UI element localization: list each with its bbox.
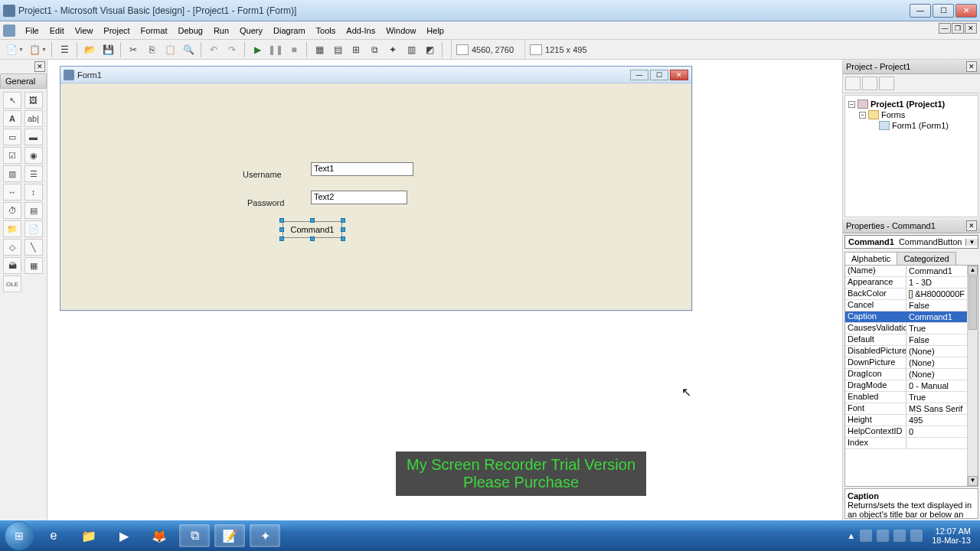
tray-icon[interactable] xyxy=(893,530,906,542)
property-row[interactable]: CancelFalse xyxy=(845,300,967,311)
undo-button[interactable]: ↶ xyxy=(205,41,222,58)
checkbox-tool[interactable]: ☑ xyxy=(3,147,21,164)
resize-handle[interactable] xyxy=(279,236,284,241)
menu-add-ins[interactable]: Add-Ins xyxy=(341,24,381,37)
property-row[interactable]: DisabledPicture(None) xyxy=(845,346,967,357)
ole-tool[interactable]: OLE xyxy=(3,276,21,292)
menu-format[interactable]: Format xyxy=(136,24,173,37)
filelistbox-tool[interactable]: 📄 xyxy=(24,220,43,237)
drivelistbox-tool[interactable]: ▤ xyxy=(24,202,43,219)
cut-button[interactable]: ✂ xyxy=(125,41,142,58)
media-player-taskbar-icon[interactable]: ▶ xyxy=(109,524,139,547)
tray-icon[interactable] xyxy=(860,530,872,542)
redo-button[interactable]: ↷ xyxy=(224,41,240,58)
image-tool[interactable]: 🏔 xyxy=(3,257,21,274)
property-row[interactable]: DefaultFalse xyxy=(845,334,967,346)
data-tool[interactable]: ▦ xyxy=(24,257,43,274)
toolbox-close-button[interactable]: ✕ xyxy=(34,61,45,72)
ie-taskbar-icon[interactable]: e xyxy=(38,524,69,547)
property-row[interactable]: DragMode0 - Manual xyxy=(845,380,967,392)
property-row[interactable]: BackColor&H8000000F xyxy=(845,289,967,300)
form-layout-button[interactable]: ⊞ xyxy=(348,41,364,58)
project-tree[interactable]: −Project1 (Project1) −Forms Form1 (Form1… xyxy=(844,95,978,217)
menu-editor-button[interactable]: ☰ xyxy=(56,41,73,58)
menu-tools[interactable]: Tools xyxy=(311,24,341,37)
copy-button[interactable]: ⎘ xyxy=(143,41,160,58)
tray-icon[interactable] xyxy=(877,530,889,542)
menu-debug[interactable]: Debug xyxy=(172,24,207,37)
resize-handle[interactable] xyxy=(341,227,345,232)
resize-handle[interactable] xyxy=(310,218,315,223)
property-row[interactable]: HelpContextID0 xyxy=(845,426,967,438)
property-grid[interactable]: (Name)Command1Appearance1 - 3DBackColor&… xyxy=(844,265,978,487)
menu-file[interactable]: File xyxy=(20,24,44,37)
shape-tool[interactable]: ◇ xyxy=(3,239,21,256)
commandbutton-tool[interactable]: ▬ xyxy=(24,129,43,145)
line-tool[interactable]: ╲ xyxy=(24,239,43,256)
resize-handle[interactable] xyxy=(341,236,345,241)
property-row[interactable]: (Name)Command1 xyxy=(845,266,967,277)
scroll-thumb[interactable] xyxy=(969,276,977,330)
picturebox-tool[interactable]: 🖼 xyxy=(24,92,43,109)
toolbox-button[interactable]: ✦ xyxy=(384,41,401,58)
mdi-close-button[interactable]: ✕ xyxy=(965,23,977,34)
add-form-button[interactable]: 📋 xyxy=(26,41,43,58)
combobox-tool[interactable]: ▥ xyxy=(3,165,21,182)
menu-query[interactable]: Query xyxy=(234,24,268,37)
command1-button[interactable]: Command1 xyxy=(283,221,342,238)
resize-handle[interactable] xyxy=(279,227,284,232)
menu-help[interactable]: Help xyxy=(421,24,449,37)
optionbutton-tool[interactable]: ◉ xyxy=(24,147,43,164)
menu-project[interactable]: Project xyxy=(98,24,135,37)
property-row[interactable]: Appearance1 - 3D xyxy=(845,277,967,289)
hscrollbar-tool[interactable]: ↔ xyxy=(3,184,21,201)
mdi-system-icon[interactable] xyxy=(3,24,15,37)
vb-taskbar-icon[interactable]: ✦ xyxy=(250,524,280,547)
property-row[interactable]: DownPicture(None) xyxy=(845,357,967,369)
mdi-restore-button[interactable]: ❐ xyxy=(952,23,964,34)
minimize-button[interactable]: — xyxy=(910,4,931,18)
form-titlebar[interactable]: Form1 — ☐ ✕ xyxy=(60,67,691,83)
view-code-button[interactable] xyxy=(845,77,861,90)
firefox-taskbar-icon[interactable]: 🦊 xyxy=(144,524,175,547)
categorized-tab[interactable]: Categorized xyxy=(897,252,956,265)
textbox-tool[interactable]: ab| xyxy=(24,110,43,127)
add-project-button[interactable]: 📄 xyxy=(3,41,20,58)
explorer-taskbar-icon[interactable]: 📁 xyxy=(74,524,104,547)
design-surface[interactable]: Form1 — ☐ ✕ Username Text1 Password Text… xyxy=(47,60,842,520)
resize-handle[interactable] xyxy=(310,236,315,241)
dropdown-icon[interactable]: ▼ xyxy=(18,47,24,52)
properties-scrollbar[interactable]: ▲ ▼ xyxy=(967,266,978,486)
username-textbox[interactable]: Text1 xyxy=(311,162,413,176)
maximize-button[interactable]: ☐ xyxy=(933,4,954,18)
form1-node[interactable]: Form1 (Form1) xyxy=(870,120,975,131)
form-design-grid[interactable]: Username Text1 Password Text2 Command1 xyxy=(60,83,691,310)
dropdown-icon[interactable]: ▼ xyxy=(41,47,47,52)
menu-run[interactable]: Run xyxy=(208,24,234,37)
project-node[interactable]: −Project1 (Project1) xyxy=(848,99,975,109)
recorder-taskbar-icon[interactable]: ⧉ xyxy=(179,524,210,547)
object-browser-button[interactable]: ⧉ xyxy=(366,41,383,58)
scroll-up-icon[interactable]: ▲ xyxy=(968,266,978,276)
run-button[interactable]: ▶ xyxy=(249,41,266,58)
system-clock[interactable]: 12:07 AM 18-Mar-13 xyxy=(927,527,975,545)
alphabetic-tab[interactable]: Alphabetic xyxy=(844,252,897,265)
pointer-tool[interactable]: ↖ xyxy=(3,92,21,109)
toggle-folders-button[interactable] xyxy=(879,77,894,90)
form-minimize-button[interactable]: — xyxy=(630,70,648,80)
resize-handle[interactable] xyxy=(279,218,284,223)
form-maximize-button[interactable]: ☐ xyxy=(650,70,668,80)
start-button[interactable]: ⊞ xyxy=(5,521,34,550)
timer-tool[interactable]: ⏱ xyxy=(3,202,21,219)
username-label[interactable]: Username xyxy=(243,170,282,179)
project-close-button[interactable]: ✕ xyxy=(966,61,977,72)
menu-window[interactable]: Window xyxy=(381,24,421,37)
tray-expand-icon[interactable]: ▲ xyxy=(847,531,855,540)
mdi-minimize-button[interactable]: — xyxy=(939,23,951,34)
close-button[interactable]: ✕ xyxy=(956,4,977,18)
password-label[interactable]: Password xyxy=(247,198,284,207)
combo-dropdown-icon[interactable]: ▼ xyxy=(965,239,978,246)
form-designer-window[interactable]: Form1 — ☐ ✕ Username Text1 Password Text… xyxy=(60,66,692,311)
find-button[interactable]: 🔍 xyxy=(180,41,197,58)
pause-button[interactable]: ❚❚ xyxy=(267,41,284,58)
